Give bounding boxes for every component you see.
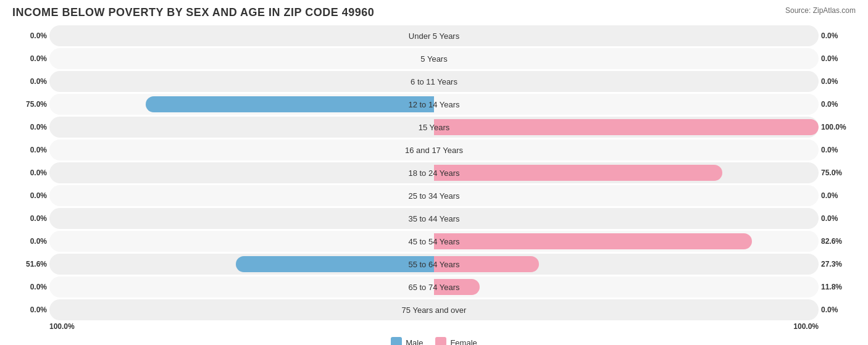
- male-value-label: 0.0%: [12, 123, 49, 131]
- bottom-right-label: 100.0%: [793, 322, 819, 331]
- bar-row: 0.0%75 Years and over0.0%: [12, 299, 856, 320]
- chart-body: 0.0%Under 5 Years0.0%0.0%5 Years0.0%0.0%…: [12, 25, 856, 320]
- female-value-label: 0.0%: [819, 54, 856, 63]
- female-value-label: 0.0%: [819, 306, 856, 314]
- bar-row: 0.0%25 to 34 Years0.0%: [12, 185, 856, 206]
- female-value-label: 0.0%: [819, 214, 856, 223]
- male-value-label: 0.0%: [12, 306, 49, 314]
- bar-row: 0.0%6 to 11 Years0.0%: [12, 71, 856, 92]
- female-value-label: 0.0%: [819, 191, 856, 200]
- male-value-label: 0.0%: [12, 168, 49, 177]
- bar-row: 0.0%35 to 44 Years0.0%: [12, 208, 856, 229]
- female-legend-label: Female: [450, 338, 477, 346]
- bar-row: 0.0%65 to 74 Years11.8%: [12, 276, 856, 297]
- female-value-label: 0.0%: [819, 77, 856, 86]
- female-value-label: 100.0%: [819, 123, 856, 131]
- bottom-left-label: 100.0%: [49, 322, 75, 331]
- bars-container: 65 to 74 Years: [49, 276, 819, 297]
- bars-container: 12 to 14 Years: [49, 94, 819, 115]
- female-value-label: 0.0%: [819, 146, 856, 154]
- bar-row: 0.0%18 to 24 Years75.0%: [12, 162, 856, 183]
- bars-container: 45 to 54 Years: [49, 231, 819, 252]
- female-bar: [434, 256, 539, 272]
- female-bar: [434, 279, 480, 295]
- male-value-label: 0.0%: [12, 54, 49, 63]
- bar-row: 0.0%Under 5 Years0.0%: [12, 25, 856, 46]
- male-value-label: 51.6%: [12, 260, 49, 268]
- bar-row: 75.0%12 to 14 Years0.0%: [12, 94, 856, 115]
- bars-container: 5 Years: [49, 48, 819, 69]
- chart-source: Source: ZipAtlas.com: [785, 6, 856, 15]
- female-value-label: 27.3%: [819, 260, 856, 268]
- female-bar: [434, 233, 752, 249]
- chart-container: INCOME BELOW POVERTY BY SEX AND AGE IN Z…: [12, 6, 856, 345]
- chart-header: INCOME BELOW POVERTY BY SEX AND AGE IN Z…: [12, 6, 856, 19]
- legend-male: Male: [391, 337, 423, 345]
- male-value-label: 0.0%: [12, 146, 49, 154]
- male-value-label: 0.0%: [12, 191, 49, 200]
- bar-row: 0.0%16 and 17 Years0.0%: [12, 139, 856, 160]
- bars-container: 6 to 11 Years: [49, 71, 819, 92]
- bar-row: 51.6%55 to 64 Years27.3%: [12, 254, 856, 275]
- male-legend-label: Male: [406, 338, 423, 346]
- chart-title: INCOME BELOW POVERTY BY SEX AND AGE IN Z…: [12, 6, 374, 19]
- male-bar: [236, 256, 434, 272]
- bars-container: 16 and 17 Years: [49, 139, 819, 160]
- female-bar: [434, 165, 722, 181]
- bars-container: Under 5 Years: [49, 25, 819, 46]
- female-value-label: 0.0%: [819, 31, 856, 40]
- female-bar: [434, 119, 819, 135]
- legend-female: Female: [435, 337, 477, 345]
- bars-container: 25 to 34 Years: [49, 185, 819, 206]
- bars-container: 75 Years and over: [49, 299, 819, 320]
- bar-row: 0.0%45 to 54 Years82.6%: [12, 231, 856, 252]
- male-legend-box: [391, 337, 402, 345]
- male-value-label: 0.0%: [12, 237, 49, 246]
- legend: Male Female: [12, 337, 856, 345]
- female-value-label: 75.0%: [819, 168, 856, 177]
- male-value-label: 0.0%: [12, 214, 49, 223]
- female-value-label: 11.8%: [819, 283, 856, 291]
- bars-container: 15 Years: [49, 117, 819, 138]
- bars-container: 55 to 64 Years: [49, 254, 819, 275]
- female-value-label: 82.6%: [819, 237, 856, 246]
- male-bar: [146, 96, 434, 112]
- bar-row: 0.0%5 Years0.0%: [12, 48, 856, 69]
- male-value-label: 75.0%: [12, 100, 49, 109]
- bar-row: 0.0%15 Years100.0%: [12, 117, 856, 138]
- male-value-label: 0.0%: [12, 283, 49, 291]
- female-legend-box: [435, 337, 446, 345]
- male-value-label: 0.0%: [12, 31, 49, 40]
- female-value-label: 0.0%: [819, 100, 856, 109]
- male-value-label: 0.0%: [12, 77, 49, 86]
- bars-container: 18 to 24 Years: [49, 162, 819, 183]
- bars-container: 35 to 44 Years: [49, 208, 819, 229]
